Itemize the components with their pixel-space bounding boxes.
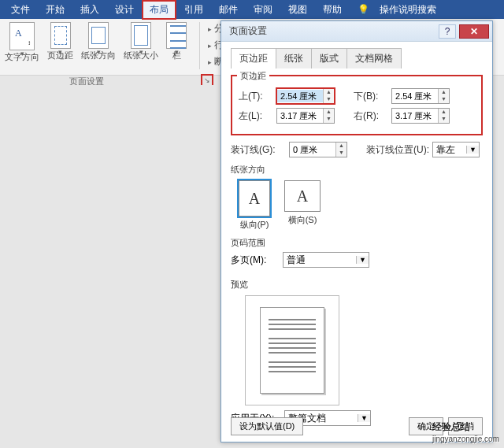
left-margin-input[interactable]: ▲▼: [276, 108, 335, 124]
right-label: 右(R):: [354, 109, 388, 123]
menu-home[interactable]: 开始: [38, 0, 72, 20]
menu-insert[interactable]: 插入: [72, 0, 107, 20]
menu-help[interactable]: 帮助: [315, 0, 350, 20]
menu-review[interactable]: 审阅: [246, 0, 280, 20]
tab-margins[interactable]: 页边距: [231, 48, 276, 68]
top-label: 上(T):: [239, 90, 273, 103]
orientation-label: 纸张方向: [231, 164, 483, 176]
dialog-titlebar: 页面设置 ? ✕: [221, 21, 492, 42]
tell-me[interactable]: 💡 操作说明搜索: [350, 0, 452, 20]
tab-grid[interactable]: 文档网格: [346, 48, 402, 68]
help-button[interactable]: ?: [439, 24, 456, 39]
columns-button[interactable]: ▾ 栏: [166, 22, 187, 60]
close-button[interactable]: ✕: [459, 24, 489, 39]
menu-references[interactable]: 引用: [176, 0, 211, 20]
multipage-label: 多页(M):: [231, 254, 276, 267]
menu-layout[interactable]: 布局: [142, 0, 176, 20]
gutter-pos-label: 装订线位置(U):: [366, 143, 429, 157]
preview-label: 预览: [231, 279, 483, 291]
watermark: 经验总结 jingyanzongjie.com: [432, 413, 499, 443]
dialog-title: 页面设置: [224, 24, 439, 38]
text-direction-button[interactable]: A↕▾ 文字方向: [5, 22, 39, 61]
tab-paper[interactable]: 纸张: [276, 48, 312, 68]
menu-bar: 文件 开始 插入 设计 布局 引用 邮件 审阅 视图 帮助 💡 操作说明搜索: [0, 0, 504, 19]
dialog-tabs: 页边距 纸张 版式 文档网格: [221, 42, 492, 68]
right-margin-input[interactable]: ▲▼: [391, 108, 450, 124]
menu-design[interactable]: 设计: [107, 0, 142, 20]
set-default-button[interactable]: 设为默认值(D): [231, 417, 303, 435]
menu-view[interactable]: 视图: [280, 0, 315, 20]
multipage-combo[interactable]: 普通▼: [283, 252, 369, 268]
size-button[interactable]: ▾ 纸张大小: [124, 22, 158, 60]
bottom-margin-input[interactable]: ▲▼: [391, 88, 450, 104]
margins-group: 页边距 上(T): ▲▼ 下(B): ▲▼ 左(L): ▲▼ 右(R): ▲▼: [231, 75, 483, 135]
margins-button[interactable]: ▾ 页边距: [47, 22, 73, 60]
bottom-label: 下(B):: [354, 90, 388, 103]
landscape-option[interactable]: A横向(S): [284, 180, 321, 231]
document-area: [0, 85, 220, 447]
menu-file[interactable]: 文件: [3, 0, 38, 20]
gutter-input[interactable]: ▲▼: [289, 142, 347, 157]
separator: [199, 22, 200, 69]
page-setup-dialog: 页面设置 ? ✕ 页边距 纸张 版式 文档网格 页边距 上(T): ▲▼ 下(B…: [220, 20, 493, 442]
portrait-option[interactable]: A纵向(P): [239, 180, 270, 231]
left-label: 左(L):: [239, 109, 273, 123]
preview-box: [245, 295, 339, 405]
menu-mailings[interactable]: 邮件: [211, 0, 246, 20]
page-range-label: 页码范围: [231, 237, 483, 249]
gutter-pos-combo[interactable]: 靠左▼: [432, 142, 480, 157]
gutter-label: 装订线(G):: [231, 143, 286, 157]
orientation-button[interactable]: ▾ 纸张方向: [81, 22, 116, 60]
top-margin-input[interactable]: ▲▼: [276, 88, 335, 104]
margins-group-label: 页边距: [237, 70, 269, 82]
tab-layout[interactable]: 版式: [311, 48, 347, 68]
